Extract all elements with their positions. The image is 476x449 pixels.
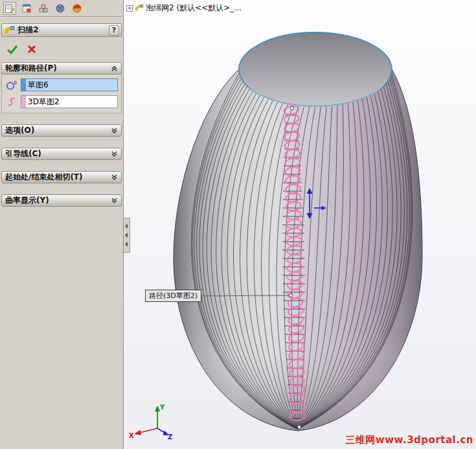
check-icon [6, 44, 18, 54]
path-selection-value: 3D草图2 [26, 97, 60, 108]
group-header-curvature-display[interactable]: 曲率显示(Y) [1, 194, 122, 207]
group-curvature-display: 曲率显示(Y) [1, 194, 122, 207]
chevron-down-icon [111, 127, 118, 134]
ok-button[interactable] [6, 44, 18, 54]
document-tab-icon [21, 3, 32, 14]
display-manager-tab[interactable] [71, 2, 84, 15]
dimxpert-tab-icon [55, 3, 65, 14]
cancel-button[interactable] [27, 45, 36, 54]
property-manager-panel: 扫描2 ? 轮廓和路径(P) 0 [0, 0, 124, 449]
group-header-guide-curves[interactable]: 引导线(C) [1, 148, 122, 160]
group-header-options[interactable]: 选项(O) [1, 124, 122, 137]
path-selection-field[interactable]: 3D草图2 [21, 95, 118, 108]
panel-title-bar: 扫描2 ? [1, 23, 122, 37]
group-start-end-tangency: 起始处/结束处相切(T) [1, 171, 122, 183]
collapse-arrows-icon [124, 221, 129, 249]
chevron-up-icon [111, 65, 118, 72]
cross-icon [27, 45, 36, 54]
panel-title: 扫描2 [17, 25, 38, 36]
panel-splitter[interactable] [124, 218, 130, 253]
property-manager-tab[interactable] [3, 2, 16, 15]
configuration-tab[interactable] [37, 2, 50, 15]
svg-text:0: 0 [14, 80, 17, 86]
dimxpert-tab[interactable] [54, 2, 67, 15]
group-label: 选项(O) [5, 125, 34, 136]
chevron-down-icon [111, 197, 118, 204]
group-options: 选项(O) [1, 124, 122, 137]
property-manager-tab-icon [5, 3, 15, 14]
help-button[interactable]: ? [109, 25, 119, 36]
sweep-icon [4, 25, 15, 36]
path-3dsketch-icon [5, 96, 18, 108]
path-selection-row: 3D草图2 [5, 95, 118, 108]
panel-tab-bar [0, 0, 123, 17]
group-guide-curves: 引导线(C) [1, 148, 122, 160]
chevron-down-icon [111, 150, 118, 157]
profile-selection-value: 草图6 [26, 80, 49, 91]
chevron-down-icon [111, 174, 118, 181]
document-tab[interactable] [20, 2, 33, 15]
confirm-bar [0, 37, 123, 58]
group-body-profile-path: 0 草图6 3D草图2 [1, 75, 122, 113]
group-label: 起始处/结束处相切(T) [5, 172, 83, 183]
path-selection-color-bar [21, 96, 26, 108]
group-profile-path: 轮廓和路径(P) 0 草图6 [1, 62, 122, 113]
profile-selection-row: 0 草图6 [5, 78, 118, 91]
group-label: 轮廓和路径(P) [5, 63, 57, 74]
display-manager-tab-icon [72, 3, 82, 14]
profile-selection-field[interactable]: 草图6 [21, 78, 118, 91]
group-header-profile-path[interactable]: 轮廓和路径(P) [1, 62, 122, 75]
group-label: 曲率显示(Y) [5, 195, 49, 206]
profile-selection-color-bar [21, 79, 26, 91]
group-label: 引导线(C) [5, 148, 41, 159]
configuration-tab-icon [38, 3, 49, 14]
group-header-start-end-tangency[interactable]: 起始处/结束处相切(T) [1, 171, 122, 183]
profile-sketch-icon: 0 [5, 79, 18, 91]
